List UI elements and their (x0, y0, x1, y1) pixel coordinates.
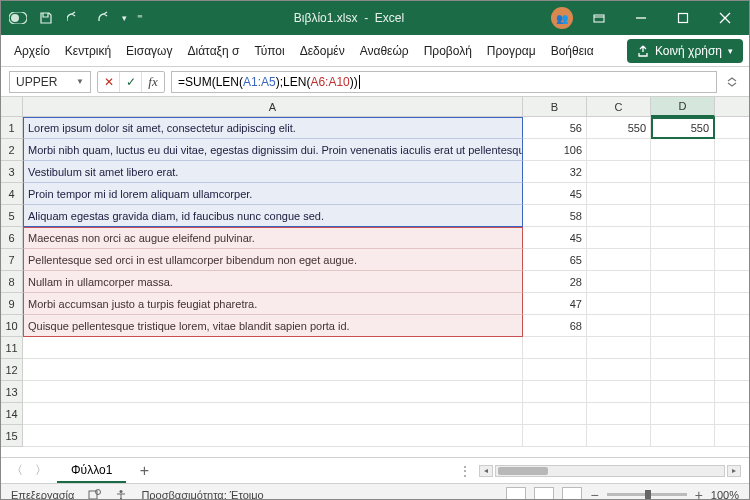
cell-d10[interactable] (651, 315, 715, 337)
cell-a3[interactable]: Vestibulum sit amet libero erat. (23, 161, 523, 183)
fx-icon[interactable]: fx (142, 72, 164, 92)
cell-a12[interactable] (23, 359, 523, 381)
row-header-10[interactable]: 10 (1, 315, 23, 337)
row-header-14[interactable]: 14 (1, 403, 23, 425)
chevron-down-icon[interactable]: ▼ (76, 77, 84, 86)
sheet-nav-prev[interactable]: 〈 (9, 462, 25, 479)
cancel-icon[interactable]: ✕ (98, 72, 120, 92)
cell-b12[interactable] (523, 359, 587, 381)
cell-blank6[interactable] (715, 227, 749, 249)
tab-help[interactable]: Βοήθεια (544, 38, 601, 64)
cell-a7[interactable]: Pellentesque sed orci in est ullamcorper… (23, 249, 523, 271)
avatar[interactable]: 👥 (551, 7, 573, 29)
cell-c2[interactable] (587, 139, 651, 161)
tab-layout[interactable]: Διάταξη σ (180, 38, 246, 64)
cell-b11[interactable] (523, 337, 587, 359)
undo-icon[interactable] (61, 5, 87, 31)
row-header-11[interactable]: 11 (1, 337, 23, 359)
cell-c1[interactable]: 550 (587, 117, 651, 139)
cell-b13[interactable] (523, 381, 587, 403)
cell-blank5[interactable] (715, 205, 749, 227)
cell-d11[interactable] (651, 337, 715, 359)
row-header-13[interactable]: 13 (1, 381, 23, 403)
cell-b5[interactable]: 58 (523, 205, 587, 227)
cell-c4[interactable] (587, 183, 651, 205)
cell-a10[interactable]: Quisque pellentesque tristique lorem, vi… (23, 315, 523, 337)
cell-blank2[interactable] (715, 139, 749, 161)
cell-d1[interactable]: 550 (651, 117, 715, 139)
row-header-3[interactable]: 3 (1, 161, 23, 183)
cell-d9[interactable] (651, 293, 715, 315)
cell-b10[interactable]: 68 (523, 315, 587, 337)
cell-blank10[interactable] (715, 315, 749, 337)
cell-b4[interactable]: 45 (523, 183, 587, 205)
cell-blank4[interactable] (715, 183, 749, 205)
cell-b14[interactable] (523, 403, 587, 425)
cell-c15[interactable] (587, 425, 651, 447)
column-header-C[interactable]: C (587, 97, 651, 117)
macro-record-icon[interactable] (88, 488, 101, 500)
tab-review[interactable]: Αναθεώρ (353, 38, 416, 64)
cell-a11[interactable] (23, 337, 523, 359)
cell-blank13[interactable] (715, 381, 749, 403)
tab-formulas[interactable]: Τύποι (247, 38, 291, 64)
tab-file[interactable]: Αρχείο (7, 38, 57, 64)
redo-icon[interactable] (89, 5, 115, 31)
cell-d8[interactable] (651, 271, 715, 293)
cell-c5[interactable] (587, 205, 651, 227)
minimize-icon[interactable] (621, 3, 661, 33)
worksheet[interactable]: ABCD1Lorem ipsum dolor sit amet, consect… (1, 97, 749, 457)
cell-c8[interactable] (587, 271, 651, 293)
tab-developer[interactable]: Προγραμ (480, 38, 543, 64)
cell-a14[interactable] (23, 403, 523, 425)
cell-blank1[interactable] (715, 117, 749, 139)
cell-blank11[interactable] (715, 337, 749, 359)
formula-input[interactable]: =SUM(LEN(A1:A5); LEN(A6:A10)) (171, 71, 717, 93)
qat-dropdown-icon[interactable]: ▾ (117, 5, 131, 31)
select-all-corner[interactable] (1, 97, 23, 117)
row-header-12[interactable]: 12 (1, 359, 23, 381)
sheet-nav-next[interactable]: 〉 (33, 462, 49, 479)
tab-data[interactable]: Δεδομέν (293, 38, 352, 64)
scroll-thumb[interactable] (498, 467, 548, 475)
cell-c10[interactable] (587, 315, 651, 337)
tab-insert[interactable]: Εισαγωγ (119, 38, 179, 64)
cell-a2[interactable]: Morbi nibh quam, luctus eu dui vitae, eg… (23, 139, 523, 161)
qat-overflow-icon[interactable]: ⁼ (133, 5, 147, 31)
autosave-toggle[interactable] (5, 5, 31, 31)
scroll-right-icon[interactable]: ▸ (727, 465, 741, 477)
add-sheet-button[interactable]: + (134, 462, 154, 480)
cell-b3[interactable]: 32 (523, 161, 587, 183)
zoom-value[interactable]: 100% (711, 489, 739, 501)
tab-home[interactable]: Κεντρική (58, 38, 118, 64)
cell-a8[interactable]: Nullam in ullamcorper massa. (23, 271, 523, 293)
cell-d3[interactable] (651, 161, 715, 183)
cell-a6[interactable]: Maecenas non orci ac augue eleifend pulv… (23, 227, 523, 249)
cell-c11[interactable] (587, 337, 651, 359)
cell-d7[interactable] (651, 249, 715, 271)
sheet-tab[interactable]: Φύλλο1 (57, 459, 126, 483)
row-header-6[interactable]: 6 (1, 227, 23, 249)
cell-c6[interactable] (587, 227, 651, 249)
horizontal-scrollbar[interactable]: ◂ ▸ (479, 465, 741, 477)
cell-blank15[interactable] (715, 425, 749, 447)
cell-d5[interactable] (651, 205, 715, 227)
row-header-15[interactable]: 15 (1, 425, 23, 447)
share-button[interactable]: Κοινή χρήση ▾ (627, 39, 743, 63)
view-page-layout-icon[interactable] (534, 487, 554, 501)
cell-d2[interactable] (651, 139, 715, 161)
cell-a4[interactable]: Proin tempor mi id lorem aliquam ullamco… (23, 183, 523, 205)
cell-d13[interactable] (651, 381, 715, 403)
zoom-in-icon[interactable]: + (695, 487, 703, 501)
cell-c14[interactable] (587, 403, 651, 425)
zoom-slider[interactable] (607, 493, 687, 496)
cell-blank9[interactable] (715, 293, 749, 315)
enter-icon[interactable]: ✓ (120, 72, 142, 92)
cell-b1[interactable]: 56 (523, 117, 587, 139)
name-box[interactable]: UPPER ▼ (9, 71, 91, 93)
cell-b6[interactable]: 45 (523, 227, 587, 249)
column-header-D[interactable]: D (651, 97, 715, 117)
cell-c13[interactable] (587, 381, 651, 403)
row-header-5[interactable]: 5 (1, 205, 23, 227)
row-header-7[interactable]: 7 (1, 249, 23, 271)
